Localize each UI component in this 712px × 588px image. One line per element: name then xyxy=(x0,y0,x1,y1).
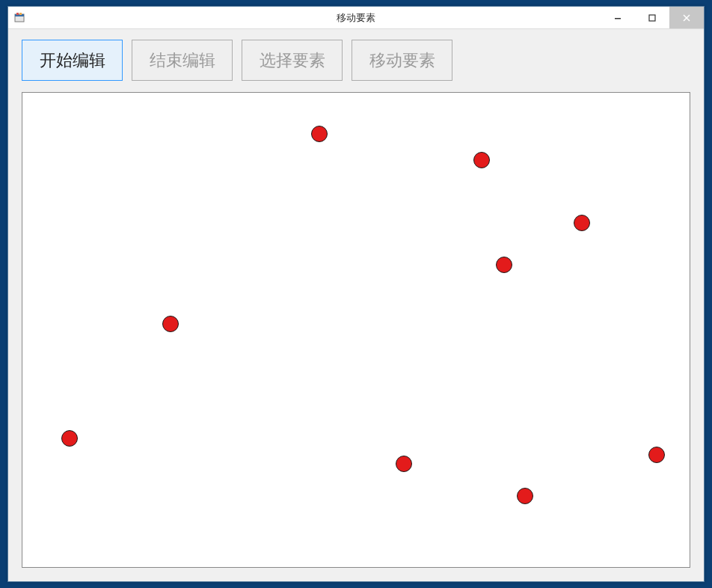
feature-point[interactable] xyxy=(517,488,533,504)
feature-point[interactable] xyxy=(473,152,490,168)
toolbar: 开始编辑 结束编辑 选择要素 移动要素 xyxy=(8,29,704,88)
app-window: 移动要素 开始编辑 结束编辑 选择要素 移动要素 xyxy=(7,6,705,582)
move-feature-button[interactable]: 移动要素 xyxy=(352,40,452,81)
map-canvas-frame xyxy=(22,92,690,568)
feature-point[interactable] xyxy=(496,257,512,273)
window-controls xyxy=(601,7,704,28)
feature-point[interactable] xyxy=(162,316,179,332)
feature-point[interactable] xyxy=(574,215,590,231)
maximize-button[interactable] xyxy=(635,7,669,28)
start-edit-button[interactable]: 开始编辑 xyxy=(22,40,123,81)
end-edit-button[interactable]: 结束编辑 xyxy=(132,40,233,81)
svg-rect-3 xyxy=(19,13,22,15)
feature-point[interactable] xyxy=(648,447,665,463)
select-feature-button[interactable]: 选择要素 xyxy=(242,40,343,81)
titlebar[interactable]: 移动要素 xyxy=(8,7,704,29)
window-title: 移动要素 xyxy=(8,11,704,25)
map-canvas[interactable] xyxy=(22,93,690,567)
minimize-button[interactable] xyxy=(601,7,635,28)
client-area: 开始编辑 结束编辑 选择要素 移动要素 xyxy=(8,29,704,581)
svg-rect-4 xyxy=(615,18,621,19)
svg-rect-5 xyxy=(649,15,655,21)
feature-point[interactable] xyxy=(311,126,328,142)
app-icon xyxy=(14,12,26,24)
feature-point[interactable] xyxy=(61,430,78,447)
svg-rect-2 xyxy=(16,13,19,15)
feature-point[interactable] xyxy=(396,456,412,472)
close-button[interactable] xyxy=(669,7,704,28)
